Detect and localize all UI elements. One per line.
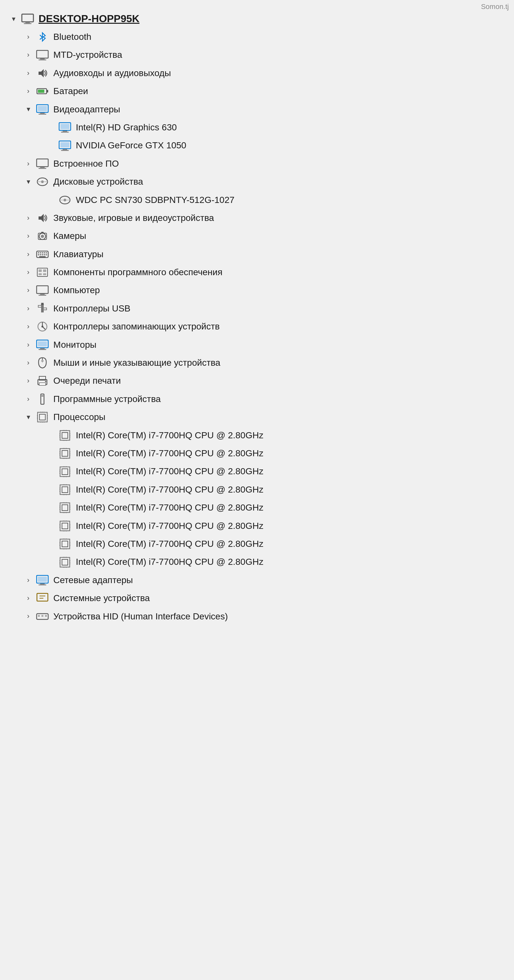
tree-item-cpu2[interactable]: Intel(R) Core(TM) i7-7700HQ CPU @ 2.80GH… <box>6 444 508 462</box>
expander-bluetooth[interactable]: › <box>22 32 34 42</box>
expander-battery[interactable]: › <box>22 87 34 96</box>
expander-hid[interactable]: › <box>22 612 34 621</box>
tree-item-usb-controllers[interactable]: › Контроллеры USB <box>6 299 508 318</box>
svg-rect-51 <box>43 273 46 275</box>
tree-item-processors[interactable]: ▾ Процессоры <box>6 408 508 426</box>
tree-item-cpu7[interactable]: Intel(R) Core(TM) i7-7700HQ CPU @ 2.80GH… <box>6 535 508 553</box>
icon-print-queues <box>34 376 51 387</box>
tree-item-intel-gpu[interactable]: Intel(R) HD Graphics 630 <box>6 118 508 137</box>
icon-computer <box>34 285 51 296</box>
icon-network-adapters <box>34 575 51 586</box>
tree-item-wdc-disk[interactable]: WDC PC SN730 SDBPNTY-512G-1027 <box>6 191 508 209</box>
label-cpu1: Intel(R) Core(TM) i7-7700HQ CPU @ 2.80GH… <box>76 430 263 441</box>
tree-item-print-queues[interactable]: › Очереди печати <box>6 372 508 390</box>
svg-rect-202 <box>38 577 47 582</box>
svg-rect-63 <box>38 349 46 350</box>
icon-cpu8 <box>56 557 73 568</box>
svg-rect-102 <box>62 450 68 456</box>
svg-rect-39 <box>44 252 45 253</box>
expander-audio[interactable]: › <box>22 69 34 78</box>
svg-rect-42 <box>40 254 41 255</box>
tree-item-nvidia-gpu[interactable]: NVIDIA GeForce GTX 1050 <box>6 137 508 154</box>
icon-cpu2 <box>56 448 73 459</box>
expander-system-devices[interactable]: › <box>22 594 34 603</box>
expander-mice[interactable]: › <box>22 358 34 368</box>
label-disk-drives: Дисковые устройства <box>53 176 143 188</box>
svg-rect-9 <box>38 89 44 93</box>
tree-item-bluetooth[interactable]: › Bluetooth <box>6 28 508 46</box>
icon-cpu7 <box>56 538 73 549</box>
tree-item-battery[interactable]: › Батареи <box>6 82 508 100</box>
svg-rect-115 <box>60 467 70 477</box>
tree-item-storage-controllers[interactable]: › Контроллеры запоминающих устройств <box>6 318 508 336</box>
tree-item-mtd[interactable]: › MTD-устройства <box>6 46 508 64</box>
svg-rect-185 <box>60 557 70 567</box>
tree-item-cpu4[interactable]: Intel(R) Core(TM) i7-7700HQ CPU @ 2.80GH… <box>6 481 508 499</box>
svg-rect-24 <box>38 168 46 169</box>
expander-storage-controllers[interactable]: › <box>22 322 34 331</box>
tree-item-software-components[interactable]: › Компоненты программного обеспечения <box>6 263 508 281</box>
svg-rect-143 <box>60 503 70 512</box>
expander-monitors[interactable]: › <box>22 340 34 350</box>
label-processors: Процессоры <box>53 411 105 423</box>
svg-rect-38 <box>42 252 43 253</box>
expander-display-adapters[interactable]: ▾ <box>22 105 34 114</box>
tree-item-firmware[interactable]: › Встроенное ПО <box>6 155 508 173</box>
tree-item-network-adapters[interactable]: › Сетевые адаптеры <box>6 571 508 589</box>
tree-item-disk-drives[interactable]: ▾ Дисковые устройства <box>6 173 508 191</box>
icon-mice <box>34 357 51 369</box>
svg-rect-2 <box>24 23 32 24</box>
svg-rect-74 <box>40 414 45 420</box>
label-program-devices: Программные устройства <box>53 393 161 405</box>
tree-item-system-devices[interactable]: › Системные устройства <box>6 589 508 607</box>
icon-keyboards <box>34 250 51 259</box>
tree-item-computer[interactable]: › Компьютер <box>6 281 508 299</box>
svg-rect-52 <box>37 286 48 293</box>
tree-item-mice[interactable]: › Мыши и иные указывающие устройства <box>6 354 508 372</box>
expander-print-queues[interactable]: › <box>22 376 34 386</box>
expander-network-adapters[interactable]: › <box>22 576 34 585</box>
tree-item-cpu6[interactable]: Intel(R) Core(TM) i7-7700HQ CPU @ 2.80GH… <box>6 517 508 535</box>
icon-wdc-disk <box>56 194 73 205</box>
svg-rect-203 <box>37 593 48 601</box>
icon-disk-drives <box>34 176 51 187</box>
tree-item-keyboards[interactable]: › Клавиатуры <box>6 245 508 263</box>
svg-rect-44 <box>44 254 45 255</box>
label-wdc-disk: WDC PC SN730 SDBPNTY-512G-1027 <box>76 194 235 206</box>
tree-item-hid[interactable]: › Устройства HID (Human Interface Device… <box>6 608 508 625</box>
tree-item-cpu3[interactable]: Intel(R) Core(TM) i7-7700HQ CPU @ 2.80GH… <box>6 462 508 480</box>
icon-mtd <box>34 50 51 61</box>
expander-software-components[interactable]: › <box>22 268 34 277</box>
expander-cameras[interactable]: › <box>22 232 34 241</box>
tree-item-display-adapters[interactable]: ▾ Видеоадаптеры <box>6 100 508 118</box>
expander-keyboards[interactable]: › <box>22 250 34 259</box>
tree-item-monitors[interactable]: › Мониторы <box>6 336 508 354</box>
label-bluetooth: Bluetooth <box>53 31 91 43</box>
icon-storage-controllers <box>34 321 51 332</box>
root-node[interactable]: ▾ DESKTOP-HOPP95K <box>6 10 508 28</box>
tree-item-audio[interactable]: › Аудиовходы и аудиовыходы <box>6 64 508 82</box>
expander-disk-drives[interactable]: ▾ <box>22 177 34 186</box>
svg-rect-201 <box>38 584 46 585</box>
svg-rect-205 <box>38 615 40 617</box>
svg-marker-6 <box>38 69 44 77</box>
tree-item-cpu5[interactable]: Intel(R) Core(TM) i7-7700HQ CPU @ 2.80GH… <box>6 499 508 517</box>
tree-item-cpu1[interactable]: Intel(R) Core(TM) i7-7700HQ CPU @ 2.80GH… <box>6 426 508 444</box>
tree-item-sound-video[interactable]: › Звуковые, игровые и видеоустройства <box>6 209 508 227</box>
expander-program-devices[interactable]: › <box>22 395 34 404</box>
expander-mtd[interactable]: › <box>22 51 34 60</box>
svg-rect-40 <box>46 252 47 253</box>
tree-item-cameras[interactable]: › Камеры <box>6 227 508 245</box>
icon-processors <box>34 412 51 423</box>
expander-computer[interactable]: › <box>22 286 34 295</box>
tree-item-program-devices[interactable]: › Программные устройства <box>6 390 508 408</box>
expander-firmware[interactable]: › <box>22 159 34 169</box>
expander-usb-controllers[interactable]: › <box>22 304 34 313</box>
expander-sound-video[interactable]: › <box>22 213 34 223</box>
tree-item-cpu8[interactable]: Intel(R) Core(TM) i7-7700HQ CPU @ 2.80GH… <box>6 553 508 571</box>
label-audio: Аудиовходы и аудиовыходы <box>53 67 171 79</box>
expander-processors[interactable]: ▾ <box>22 413 34 422</box>
root-expander[interactable]: ▾ <box>8 15 19 23</box>
label-battery: Батареи <box>53 86 88 97</box>
label-software-components: Компоненты программного обеспечения <box>53 267 222 278</box>
